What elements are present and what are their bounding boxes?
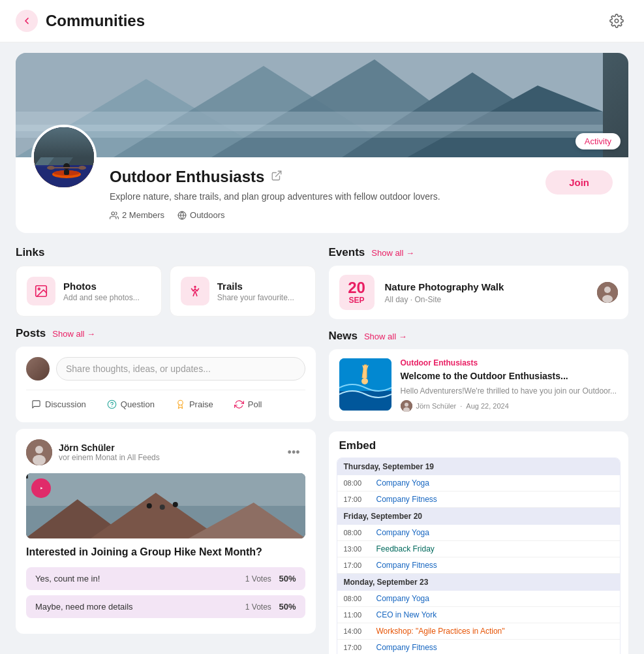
news-author: Jörn Schüler [416,402,457,410]
link-photos-name: Photos [63,281,140,292]
svg-point-30 [178,400,183,405]
hike-image-bg [26,473,305,538]
cal-time: 17:00 [344,561,369,569]
cal-event-row[interactable]: 08:00 Company Yoga [337,475,621,491]
cal-event-row[interactable]: 17:00 Company Fitness [337,640,621,654]
post-header: Jörn Schüler vor einem Monat in All Feed… [26,439,305,465]
cal-day-thu: Thursday, September 19 [337,458,621,475]
cal-event-name: Company Fitness [376,495,437,504]
kayak-svg [34,127,97,190]
cal-time: 17:00 [344,495,369,503]
link-card-trails[interactable]: Trails Share your favourite... [170,266,316,317]
news-thumb-svg [339,358,391,411]
news-section: News Show all → [329,330,629,421]
events-show-all[interactable]: Show all → [371,248,414,258]
cover-mountains-svg [16,53,603,157]
play-icon [38,485,44,491]
cal-event-row[interactable]: 17:00 Company Fitness [337,491,621,508]
cal-event-row[interactable]: 11:00 CEO in New York [337,607,621,623]
events-section: Events Show all → 20 SEP Nature Photogra… [329,246,629,319]
svg-point-47 [602,295,613,303]
praise-label: Praise [189,399,213,409]
cal-event-name: Company Yoga [376,528,429,537]
news-section-header: News Show all → [329,330,629,343]
cal-time: 13:00 [344,545,369,553]
category-meta: Outdoors [177,210,224,220]
post-input-row: Share thoughts, ideas, or updates... [26,357,305,381]
cal-event-row[interactable]: 17:00 Company Fitness [337,557,621,574]
cal-time: 08:00 [344,529,369,537]
svg-point-42 [173,502,178,507]
post-action-discussion[interactable]: Discussion [26,397,91,412]
post-action-question[interactable]: Question [102,397,160,412]
back-button[interactable] [16,10,38,32]
external-link-icon[interactable] [271,170,283,184]
cal-event-row[interactable]: 13:00 Feedback Friday [337,541,621,557]
cal-time: 17:00 [344,644,369,651]
cal-time: 08:00 [344,479,369,487]
cal-event-name: Company Yoga [376,478,429,488]
community-card: Activity [16,53,628,233]
news-show-all[interactable]: Show all → [364,332,407,341]
link-card-photos[interactable]: Photos Add and see photos... [16,266,162,317]
cal-event-row[interactable]: 08:00 Company Yoga [337,525,621,541]
posts-show-all[interactable]: Show all → [52,329,95,339]
settings-button[interactable] [605,9,628,33]
news-card[interactable]: Outdoor Enthusiasts Welcome to the Outdo… [329,349,629,421]
poll-label: Poll [248,399,262,409]
post-action-poll[interactable]: Poll [229,397,268,412]
post-user: Jörn Schüler vor einem Monat in All Feed… [26,439,160,465]
poll-option-2-label: Maybe, need more details [35,602,133,612]
link-photos-desc: Add and see photos... [63,293,140,302]
current-user-avatar [26,357,50,381]
join-button[interactable]: Join [545,170,613,195]
poll-option-1-pct: 50% [279,574,296,584]
right-column: Events Show all → 20 SEP Nature Photogra… [329,246,629,654]
cal-event-name: Company Fitness [376,643,437,652]
svg-point-20 [78,166,86,170]
two-column-layout: Links Photos Add and se [16,246,628,654]
poll-option-1-label: Yes, count me in! [35,574,100,584]
event-month: SEP [343,296,371,305]
poll-option-1[interactable]: Yes, count me in! 1 Votes 50% [26,567,305,590]
poll-option-1-stats: 1 Votes 50% [245,574,296,584]
link-trails-text: Trails Share your favourite... [217,281,294,302]
news-author-avatar [401,400,412,412]
link-photos-text: Photos Add and see photos... [63,281,140,302]
post-input[interactable]: Share thoughts, ideas, or updates... [56,357,305,381]
event-card[interactable]: 20 SEP Nature Photography Walk All day ·… [329,266,629,319]
post-action-praise[interactable]: Praise [170,397,219,412]
poll-option-2[interactable]: Maybe, need more details 1 Votes 50% [26,595,305,618]
post-title: Interested in Joining a Group Hike Next … [26,545,305,559]
svg-rect-8 [16,125,603,138]
posts-section-wrap: Posts Show all → Share thoughts, ideas, … [16,327,316,634]
news-date: Aug 22, 2024 [466,402,508,410]
cal-event-name: Company Yoga [376,594,429,603]
news-content: Outdoor Enthusiasts Welcome to the Outdo… [401,358,619,412]
post-card: Jörn Schüler vor einem Monat in All Feed… [16,429,316,634]
posts-section-header: Posts Show all → [16,327,316,340]
news-excerpt: Hello Adventurers!We're thrilled to have… [401,386,619,397]
svg-rect-17 [64,170,69,175]
embed-section: Embed Thursday, September 19 08:00 Compa… [329,431,629,654]
cal-day-mon: Monday, September 23 [337,574,621,591]
discussion-label: Discussion [45,399,86,409]
news-author-svg [401,400,412,412]
photos-icon [27,277,55,305]
posts-title: Posts [16,327,46,340]
header: Communities [0,0,644,42]
cal-event-row[interactable]: 14:00 Workshop: "Agile Practices in Acti… [337,623,621,640]
activity-badge[interactable]: Activity [575,133,621,149]
link-trails-name: Trails [217,281,294,292]
cal-event-row[interactable]: 08:00 Company Yoga [337,591,621,607]
event-attendee-avatar [597,282,618,303]
praise-icon [176,399,185,409]
post-more-button[interactable]: ••• [283,444,305,461]
svg-point-19 [47,166,55,170]
links-section-header: Links [16,246,316,259]
poll-option-2-votes: 1 Votes [245,602,271,612]
page-title: Communities [46,12,145,30]
question-icon [107,399,117,409]
links-section: Links Photos Add and se [16,246,316,317]
cal-day-fri: Friday, September 20 [337,508,621,525]
